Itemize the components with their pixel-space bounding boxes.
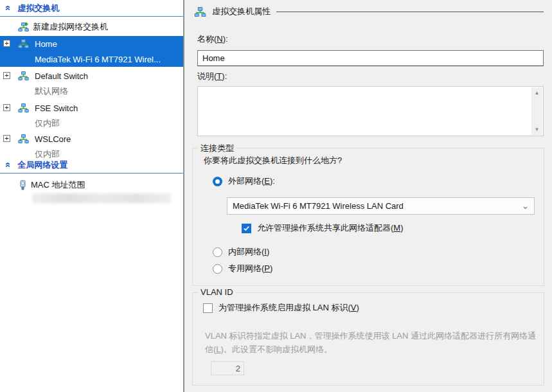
name-input[interactable] — [197, 50, 544, 66]
sidebar-item-home[interactable]: + Home MediaTek Wi-Fi 6 MT7921 Wirel... — [0, 36, 183, 67]
textarea-scrollbar[interactable]: ▲ ▼ — [531, 87, 542, 135]
description-label: 说明(T): — [197, 71, 227, 82]
radio-icon[interactable] — [213, 264, 222, 274]
vlan-id-group: VLAN ID 为管理操作系统启用虚拟 LAN 标识(V) VLAN 标识符指定… — [192, 292, 544, 386]
network-adapter-icon — [19, 180, 27, 191]
radio-label: 外部网络(E): — [228, 175, 275, 187]
connection-type-group: 连接类型 你要将此虚拟交换机连接到什么地方? 外部网络(E): MediaTek… — [192, 148, 544, 286]
sidebar-item-wslcore[interactable]: WSLCore — [0, 131, 183, 147]
section-header-global-network-settings[interactable]: « 全局网络设置 — [0, 157, 183, 174]
vlan-id-input — [211, 361, 244, 375]
sidebar-item-fse-switch[interactable]: FSE Switch — [0, 100, 183, 116]
name-label: 名称(N): — [197, 33, 228, 45]
internal-network-radio[interactable]: 内部网络(I) — [213, 246, 269, 258]
redacted-mac-range-text — [32, 193, 171, 203]
checkbox-label: 允许管理操作系统共享此网络适配器(M) — [257, 222, 404, 234]
sidebar-item-label: WSLCore — [35, 134, 71, 144]
sidebar-item-label: 新建虚拟网络交换机 — [33, 21, 108, 33]
chevron-down-icon: ⌄ — [522, 202, 529, 210]
description-textarea[interactable]: ▲ ▼ — [197, 86, 544, 136]
sidebar-item-default-switch[interactable]: Default Switch — [0, 68, 183, 84]
section-header-virtual-switches[interactable]: « 虚拟交换机 — [0, 0, 183, 17]
collapse-icon[interactable]: « — [4, 162, 13, 167]
connection-type-group-title: 连接类型 — [198, 143, 236, 154]
sidebar-item-home-row[interactable]: Home — [0, 36, 183, 51]
new-switch-icon — [18, 22, 29, 32]
virtual-switch-manager-window: « 虚拟交换机 新建虚拟网络交换机 + Home MediaTek Wi-Fi … — [0, 0, 552, 392]
vlan-id-group-title: VLAN ID — [198, 287, 236, 297]
checkbox-checked-icon[interactable] — [242, 224, 251, 233]
checkbox-icon[interactable] — [203, 303, 213, 313]
sidebar-item-label: MAC 地址范围 — [31, 179, 85, 191]
scroll-down-icon[interactable]: ▼ — [531, 127, 542, 132]
collapse-icon[interactable]: « — [4, 5, 13, 10]
enable-vlan-checkbox[interactable]: 为管理操作系统启用虚拟 LAN 标识(V) — [203, 302, 359, 314]
sidebar-item-default-switch-subtitle: 默认网络 — [35, 84, 68, 99]
radio-label: 内部网络(I) — [228, 246, 269, 258]
virtual-switch-icon — [194, 6, 206, 17]
sidebar-item-label: FSE Switch — [35, 103, 78, 113]
external-network-radio[interactable]: 外部网络(E): — [213, 175, 275, 187]
connection-question: 你要将此虚拟交换机连接到什么地方? — [204, 155, 342, 166]
share-adapter-checkbox[interactable]: 允许管理操作系统共享此网络适配器(M) — [242, 222, 404, 234]
sidebar-item-label: Home — [35, 39, 57, 49]
scroll-up-icon[interactable]: ▲ — [531, 90, 542, 96]
panel-header: 虚拟交换机属性 — [194, 5, 544, 18]
private-network-radio[interactable]: 专用网络(P) — [213, 263, 272, 274]
radio-selected-icon[interactable] — [213, 177, 222, 186]
sidebar-item-fse-switch-subtitle: 仅内部 — [35, 116, 60, 131]
vlan-help-text: VLAN 标识符指定虚拟 LAN，管理操作系统使用该 LAN 通过此网络适配器进… — [205, 329, 537, 356]
section-title: 虚拟交换机 — [17, 3, 59, 14]
sidebar-item-mac-address-range[interactable]: MAC 地址范围 — [0, 177, 183, 193]
header-rule — [276, 12, 544, 13]
section-title: 全局网络设置 — [17, 159, 67, 171]
panel-title: 虚拟交换机属性 — [212, 6, 271, 17]
sidebar-item-home-subtitle: MediaTek Wi-Fi 6 MT7921 Wirel... — [35, 51, 161, 67]
sidebar: « 虚拟交换机 新建虚拟网络交换机 + Home MediaTek Wi-Fi … — [0, 0, 184, 392]
properties-panel: 虚拟交换机属性 名称(N): 说明(T): ▲ ▼ 连接类型 你要将此虚拟交换机… — [186, 0, 552, 392]
checkbox-label: 为管理操作系统启用虚拟 LAN 标识(V) — [218, 302, 359, 314]
dropdown-selected-value: MediaTek Wi-Fi 6 MT7921 Wireless LAN Car… — [233, 201, 404, 211]
radio-label: 专用网络(P) — [228, 263, 272, 274]
sidebar-item-new-virtual-switch[interactable]: 新建虚拟网络交换机 — [0, 19, 183, 35]
radio-icon[interactable] — [213, 247, 222, 257]
sidebar-item-label: Default Switch — [35, 71, 88, 81]
network-adapter-dropdown[interactable]: MediaTek Wi-Fi 6 MT7921 Wireless LAN Car… — [227, 197, 535, 215]
